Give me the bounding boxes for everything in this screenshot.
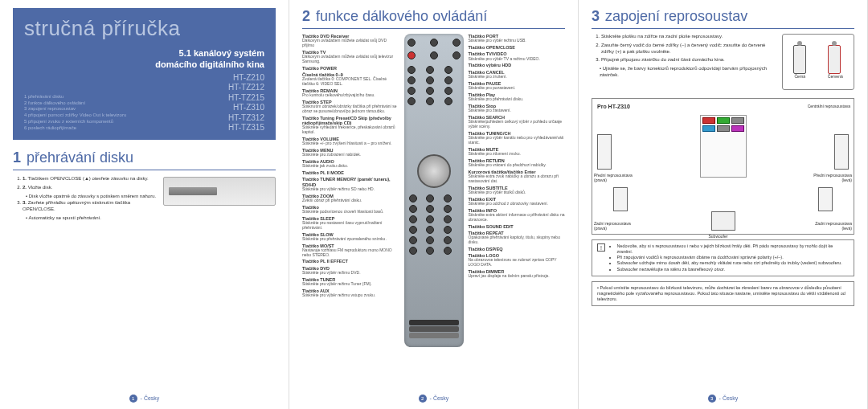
section-heading: 2 funkce dálkového ovládání xyxy=(302,8,565,25)
warn-item: Subwoofer nezavěšujte na stěnu za basref… xyxy=(617,267,846,272)
func-item: Tlačítko STEPStisknutím obrázek/obrázky … xyxy=(302,100,399,114)
plug-label-black: Černá xyxy=(793,74,806,79)
func-item: Tlačítko DSP/EQ xyxy=(469,247,566,252)
wire-step-sub: • Ujistěte se, že barvy konektorů reprod… xyxy=(600,66,776,79)
func-item: Tlačítko RETURNStiskněte pro vrácení do … xyxy=(469,158,566,168)
func-item: Tlačítko TUNING/CHStiskněte pro výběr ka… xyxy=(469,131,566,145)
func-item: Tlačítko POWER xyxy=(302,66,399,71)
model: HT-Z210 xyxy=(24,73,264,84)
page-footer: 2 - Česky xyxy=(289,395,578,403)
player-illustration xyxy=(163,177,276,206)
func-item: Tlačítko DIMMERUpraví jas displeje na če… xyxy=(469,269,566,279)
section-heading: 1 přehrávání disku xyxy=(13,149,276,166)
toc-item: 1 přehrávání disku xyxy=(24,94,126,100)
section-heading: 3 zapojení reprosoustav xyxy=(592,8,854,25)
page-num: 2 xyxy=(419,395,427,403)
page-footer: 1 - Česky xyxy=(0,395,289,403)
wire-step: Zasuňte černý vodič do černé zdířky (–) … xyxy=(601,43,776,55)
section-num: 3 xyxy=(592,8,600,24)
panel-1: stručná příručka 5.1 kanálový systém dom… xyxy=(0,0,289,409)
func-item: Tlačítko SLEEPStiskněte pro nastavení ča… xyxy=(302,216,399,231)
subtitle-line2: domácího digitálního kina xyxy=(24,59,264,70)
page-lang: - Česky xyxy=(719,395,739,401)
remote-layout: Tlačítko DVD ReceiverDálkovým ovladačem … xyxy=(302,34,565,347)
front-right-label: Přední reprosoustava (pravá) xyxy=(594,173,633,182)
tv-note: • Pokud umístíte reprosoustavu do blízko… xyxy=(597,285,849,302)
panel-3: 3 zapojení reprosoustav Stiskněte plošku… xyxy=(579,0,868,409)
section-num: 1 xyxy=(13,149,21,166)
toc-item: 2 funkce dálkového ovládání xyxy=(24,100,126,107)
func-item: Tlačítko výběru HDD xyxy=(469,63,566,67)
tv-note-box: • Pokud umístíte reprosoustavu do blízko… xyxy=(592,281,854,306)
func-item: Tlačítko EXITStiskněte pro odchod z obra… xyxy=(469,197,566,207)
func-item: Tlačítko PlayStiskněte pro přehrávání di… xyxy=(469,92,566,102)
func-item: Tlačítko MUTEStiskněte pro ztlumení zvuk… xyxy=(469,147,566,157)
toc-item: 5 připojení zvuku z externích komponentů xyxy=(24,119,126,125)
func-item: Tlačítko ZOOMZvětší obraz při přehrávání… xyxy=(302,194,399,203)
func-item: Tlačítko TUNERStiskněte pro výběr režimu… xyxy=(302,277,399,287)
func-item: Tlačítko AUDIOStiskněte jak zvuku disku. xyxy=(302,159,399,169)
wiring-top: Stiskněte plošku na zdířce na zadní ploš… xyxy=(592,34,854,90)
func-item: TlačítkoStiskněte podsvícenou úroveň hla… xyxy=(302,205,399,215)
func-item: Tlačítko REMAINPro kontrolu celkového/zb… xyxy=(302,88,399,98)
func-item: Tlačítko SUBTITLEStiskněte pro výběr tit… xyxy=(469,186,566,195)
sub-label: Subwoofer xyxy=(709,234,728,239)
toc-item: 6 poslech rádiopřijímače xyxy=(24,125,126,132)
subtitle-line1: 5.1 kanálový systém xyxy=(24,47,264,59)
func-item: Tlačítko PL II MODE xyxy=(302,170,399,175)
divider xyxy=(592,28,854,29)
func-item: Tlačítko TUNER MEMORY (paměť tuneru), SD… xyxy=(302,177,399,191)
remote-illustration xyxy=(404,34,464,347)
func-item: Tlačítko PAUSEStiskněte pro pozastavení. xyxy=(469,81,566,91)
warn-item: Subwoofer udržujte mimo dosah dětí, aby … xyxy=(617,260,846,266)
func-item: Tlačítko Tuning Preset/CD Skip (předvolb… xyxy=(302,116,399,135)
subwoofer-box xyxy=(711,211,735,231)
rear-right-label: Zadní reprosoustava (pravá) xyxy=(594,221,639,231)
func-item: Tlačítko OPEN/CLOSE xyxy=(469,45,566,50)
rear-right-speaker xyxy=(613,187,628,211)
plug-diagram: Černá Červená xyxy=(782,34,854,90)
rear-left-label: Zadní reprosoustava (levá) xyxy=(807,221,852,231)
func-item: Tlačítko TVDálkovým ovladačem můžete ovl… xyxy=(302,50,399,64)
page-lang: - Česky xyxy=(430,395,449,401)
func-item: Tlačítko PORTStiskněte pro výběr režimu … xyxy=(469,34,566,43)
header-block: stručná příručka 5.1 kanálový systém dom… xyxy=(13,8,276,140)
func-item: Tlačítko SEARCHStiskněte/pohledem celkov… xyxy=(469,115,566,129)
model: HT-TZ212 xyxy=(24,83,264,93)
section-1: 1 přehrávání disku 1. Tlačítkem OPEN/CLO… xyxy=(13,149,276,222)
divider xyxy=(302,28,565,29)
section-title: zapojení reprosoustav xyxy=(605,8,747,24)
toc-item: 4 připojení pomocí zdířky Video Out k te… xyxy=(24,112,126,119)
func-item: Tlačítko MO/STNastavuje rozhlasu FM repr… xyxy=(302,243,399,258)
func-item: Tlačítko MENUStiskněte pro zobrazení nab… xyxy=(302,148,399,157)
warning-icon: ! xyxy=(597,243,605,252)
receiver-box xyxy=(700,115,747,178)
page-footer: 3 - Česky xyxy=(579,395,867,403)
divider xyxy=(13,170,276,170)
func-item: Tlačítko VOLUMEStiskněte +/- pro zvýšení… xyxy=(302,137,399,146)
func-item: Tlačítko LOGONa obrazovce televizoru se … xyxy=(469,253,566,268)
plug-label-red: Červená xyxy=(828,74,843,79)
front-left-speaker xyxy=(834,134,849,170)
func-item: Tlačítko StopStiskněte pro zastavení. xyxy=(469,104,566,113)
page-num: 3 xyxy=(708,395,716,403)
func-item: Tlačítko DVDStiskněte pro výběr režimu D… xyxy=(302,266,399,276)
rear-left-speaker xyxy=(818,187,833,211)
func-item: Tlačítko INFOStiskněte extra aktivní inf… xyxy=(469,208,566,223)
func-item: Tlačítko DVD ReceiverDálkovým ovladačem … xyxy=(302,34,399,48)
section-num: 2 xyxy=(302,8,310,24)
func-item: Tlačítko CANCELStiskněte pro zrušení. xyxy=(469,70,566,80)
func-item: Tlačítko TV/VIDEOStiskněte pro výběr TV … xyxy=(469,51,566,61)
func-item: Kurzorová tlačítka/tlačítko EnterStiskně… xyxy=(469,170,566,184)
warning-box: ! Nedovolte, aby si s reprosoustavou i n… xyxy=(592,239,854,276)
func-item: Číselná tlačítka 0–9Zvolená tlačítka 0: … xyxy=(302,72,399,87)
page-lang: - Česky xyxy=(141,395,160,401)
section-title: funkce dálkového ovládání xyxy=(316,8,487,24)
func-col-right: Tlačítko PORTStiskněte pro výběr režimu … xyxy=(469,34,566,347)
page-num: 1 xyxy=(129,395,137,403)
wiring-steps: Stiskněte plošku na zdířce na zadní ploš… xyxy=(592,34,776,90)
toc-item: 3 zapojení reprosoustav xyxy=(24,106,126,112)
func-item: Tlačítko PL II EFFECT xyxy=(302,259,399,264)
func-item: Tlačítko SOUND EDIT xyxy=(469,224,566,229)
warn-item: Při zapojování vodičů k reprosoustavám d… xyxy=(617,255,846,260)
